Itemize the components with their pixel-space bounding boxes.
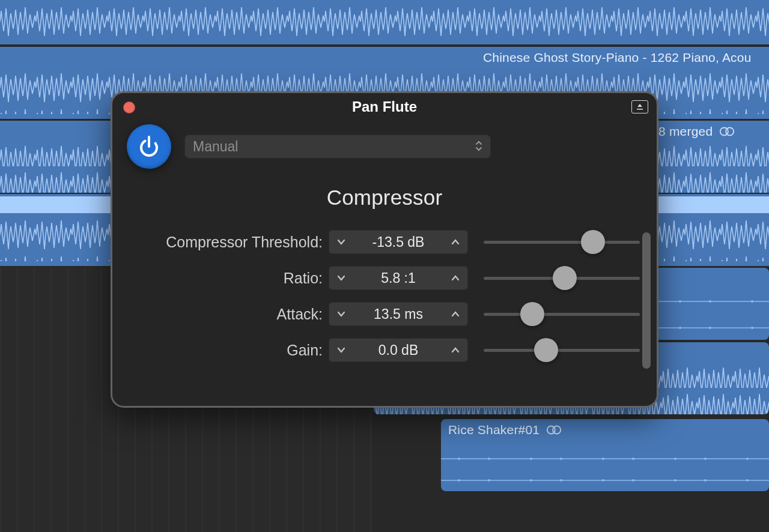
plugin-section-title: Compressor [112, 186, 657, 210]
param-label: Ratio: [112, 270, 329, 287]
close-button[interactable] [123, 101, 135, 113]
track-region-7[interactable]: Rice Shaker#01 [441, 419, 769, 491]
svg-point-15 [553, 426, 561, 434]
track-label-7: Rice Shaker#01 [448, 423, 562, 437]
chevron-up-down-icon [475, 139, 482, 155]
param-label: Attack: [112, 306, 329, 323]
svg-rect-3 [0, 4, 769, 40]
preset-value: Manual [193, 139, 238, 155]
param-row-0: Compressor Threshold:-13.5 dB [112, 224, 657, 260]
plugin-titlebar[interactable]: Pan Flute [112, 93, 657, 117]
plugin-window: Pan Flute Manual Compressor Compressor T… [111, 91, 658, 408]
param-value[interactable]: -13.5 dB [354, 230, 443, 254]
track-region-1[interactable] [0, 0, 769, 44]
param-row-1: Ratio:5.8 :1 [112, 260, 657, 296]
scrollbar-thumb[interactable] [642, 232, 651, 369]
collapse-button[interactable] [631, 100, 648, 113]
plugin-track-name: Pan Flute [352, 98, 417, 115]
param-stepper[interactable]: 13.5 ms [329, 302, 468, 326]
param-stepper[interactable]: 0.0 dB [329, 338, 468, 362]
param-value[interactable]: 13.5 ms [354, 302, 443, 326]
svg-point-6 [726, 127, 734, 135]
param-slider[interactable] [484, 277, 640, 280]
stepper-decrement[interactable] [329, 266, 354, 290]
slider-thumb[interactable] [534, 338, 558, 362]
stepper-increment[interactable] [443, 338, 468, 362]
scrollbar[interactable] [642, 232, 651, 399]
param-label: Gain: [112, 342, 329, 359]
param-slider[interactable] [484, 349, 640, 352]
slider-thumb[interactable] [581, 230, 605, 254]
param-slider[interactable] [484, 313, 640, 316]
stepper-decrement[interactable] [329, 338, 354, 362]
power-button[interactable] [127, 124, 171, 169]
preset-select[interactable]: Manual [184, 135, 491, 159]
slider-thumb[interactable] [553, 266, 577, 290]
plugin-toolbar: Manual [112, 117, 657, 169]
stepper-increment[interactable] [443, 302, 468, 326]
param-value[interactable]: 0.0 dB [354, 338, 443, 362]
stepper-decrement[interactable] [329, 302, 354, 326]
svg-rect-18 [637, 109, 643, 110]
stepper-decrement[interactable] [329, 230, 354, 254]
param-stepper[interactable]: -13.5 dB [329, 230, 468, 254]
param-label: Compressor Threshold: [112, 234, 329, 251]
stepper-increment[interactable] [443, 266, 468, 290]
param-row-2: Attack:13.5 ms [112, 296, 657, 332]
slider-thumb[interactable] [520, 302, 544, 326]
plugin-body: Compressor Compressor Threshold:-13.5 dB… [112, 169, 657, 406]
track-label-2: Chinese Ghost Story-Piano - 1262 Piano, … [483, 50, 752, 65]
param-stepper[interactable]: 5.8 :1 [329, 266, 468, 290]
param-slider[interactable] [484, 241, 640, 244]
stereo-icon [546, 425, 562, 435]
param-value[interactable]: 5.8 :1 [354, 266, 443, 290]
svg-rect-16 [441, 447, 769, 465]
param-row-3: Gain:0.0 dB [112, 332, 657, 368]
stepper-increment[interactable] [443, 230, 468, 254]
track-label-3: 8 merged [658, 124, 735, 139]
svg-rect-17 [441, 468, 769, 486]
stereo-icon [719, 126, 735, 137]
